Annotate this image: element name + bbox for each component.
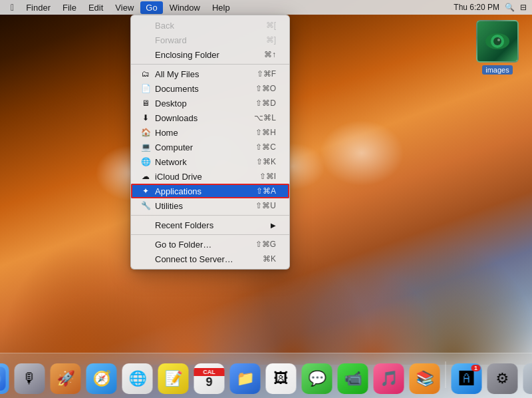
facetime-icon: 📹 [338, 363, 368, 394]
chrome-icon: 🌐 [122, 363, 153, 394]
photos-icon: 🖼 [266, 363, 297, 394]
menu-window[interactable]: Window [164, 1, 205, 14]
dock-separator [446, 361, 446, 388]
desktop-icon-images[interactable]: images [476, 20, 519, 75]
menu-go[interactable]: Go [140, 1, 162, 14]
menubar-search-icon[interactable]: 🔍 [505, 3, 515, 12]
shortcut-all-my-files: ⇧⌘F [257, 69, 276, 79]
menu-label-connect-to-server: Connect to Server… [155, 254, 263, 264]
safari-icon: 🧭 [86, 363, 117, 394]
menu-item-recent-folders[interactable]: Recent Folders ▶ [131, 218, 289, 232]
menu-item-enclosing-folder[interactable]: Enclosing Folder ⌘↑ [131, 47, 289, 62]
dock-item-notes[interactable]: 📝 [157, 362, 190, 395]
dock-item-ibooks[interactable]: 📚 [408, 362, 442, 395]
menu-label-utilities: Utilities [155, 201, 255, 211]
dock-item-itunes[interactable]: 🎵 [372, 362, 406, 395]
shortcut-icloud-drive: ⇧⌘I [259, 172, 276, 181]
menu-item-home[interactable]: 🏠 Home ⇧⌘H [131, 125, 289, 140]
menu-file[interactable]: File [57, 1, 82, 14]
shortcut-home: ⇧⌘H [255, 128, 276, 137]
home-icon: 🏠 [140, 127, 151, 138]
syspref-icon: ⚙ [487, 363, 518, 394]
shortcut-connect-to-server: ⌘K [263, 254, 276, 264]
menu-item-utilities[interactable]: 🔧 Utilities ⇧⌘U [131, 198, 289, 213]
submenu-arrow-icon: ▶ [271, 222, 276, 229]
siri-icon: 🎙 [15, 363, 45, 394]
connect-server-icon [140, 254, 151, 264]
downloads-icon: ⬇ [140, 112, 151, 123]
shortcut-applications: ⇧⌘A [256, 186, 276, 196]
menu-item-downloads[interactable]: ⬇ Downloads ⌥⌘L [131, 110, 289, 125]
menu-label-icloud-drive: iCloud Drive [155, 172, 259, 182]
network-icon: 🌐 [140, 156, 151, 167]
shortcut-desktop: ⇧⌘D [255, 99, 276, 108]
menubar:  Finder File Edit View Go Window Help T… [0, 0, 532, 15]
dock-item-chrome[interactable]: 🌐 [121, 362, 154, 395]
dock-item-calendar[interactable]: CAL 9 [193, 362, 226, 395]
shortcut-network: ⇧⌘K [256, 157, 276, 166]
dock-item-files[interactable]: 📁 [229, 362, 262, 395]
calendar-icon: CAL 9 [194, 363, 225, 394]
menu-item-connect-to-server[interactable]: Connect to Server… ⌘K [131, 252, 289, 266]
dock-item-siri[interactable]: 🎙 [13, 362, 47, 395]
shortcut-enclosing-folder: ⌘↑ [264, 50, 276, 59]
svg-point-2 [493, 37, 501, 45]
all-my-files-icon: 🗂 [140, 69, 151, 79]
shortcut-go-to-folder: ⇧⌘G [255, 240, 276, 249]
dock-item-trash[interactable]: 🗑 [522, 362, 533, 395]
menubar-controls-icon[interactable]: ⊟ [520, 3, 527, 12]
menubar-right: Thu 6:20 PM 🔍 ⊟ [454, 3, 527, 12]
shortcut-utilities: ⇧⌘U [255, 201, 276, 210]
menu-item-forward[interactable]: Forward ⌘] [131, 33, 289, 47]
menu-label-documents: Documents [155, 84, 255, 94]
dock: 🎙 🚀 🧭 🌐 📝 CAL [0, 353, 532, 398]
menu-label-forward: Forward [155, 35, 266, 45]
dock-item-safari[interactable]: 🧭 [85, 362, 118, 395]
shortcut-documents: ⇧⌘O [255, 84, 276, 93]
go-dropdown-menu: Back ⌘[ Forward ⌘] Enclosing Folder ⌘↑ 🗂… [130, 15, 290, 270]
dock-item-launchpad[interactable]: 🚀 [49, 362, 82, 395]
shortcut-computer: ⇧⌘C [255, 142, 276, 152]
shortcut-downloads: ⌥⌘L [254, 113, 276, 122]
menu-item-go-to-folder[interactable]: Go to Folder… ⇧⌘G [131, 237, 289, 252]
dock-item-syspref[interactable]: ⚙ [486, 362, 519, 395]
menu-label-all-my-files: All My Files [155, 69, 257, 79]
dock-item-appstore[interactable]: 🅰 1 [450, 362, 483, 395]
dock-item-facetime[interactable]: 📹 [336, 362, 370, 395]
dock-item-photos[interactable]: 🖼 [265, 362, 298, 395]
separator-2 [131, 215, 289, 216]
menu-item-back[interactable]: Back ⌘[ [131, 18, 289, 33]
desktop:  Finder File Edit View Go Window Help T… [0, 0, 532, 398]
menubar-left:  Finder File Edit View Go Window Help [5, 1, 235, 14]
menu-item-network[interactable]: 🌐 Network ⇧⌘K [131, 154, 289, 169]
desktop-icon-label: images [482, 65, 512, 75]
computer-icon: 💻 [140, 142, 151, 152]
menu-label-desktop: Desktop [155, 99, 255, 108]
menu-label-recent-folders: Recent Folders [155, 220, 267, 230]
menu-edit[interactable]: Edit [83, 1, 108, 14]
svg-point-3 [497, 39, 500, 41]
menu-help[interactable]: Help [207, 1, 235, 14]
menu-label-enclosing-folder: Enclosing Folder [155, 50, 264, 60]
menu-item-documents[interactable]: 📄 Documents ⇧⌘O [131, 81, 289, 96]
appstore-icon: 🅰 1 [452, 363, 482, 394]
menu-label-home: Home [155, 128, 255, 138]
menu-view[interactable]: View [110, 1, 139, 14]
menu-item-applications[interactable]: ✦ Applications ⇧⌘A [131, 184, 289, 198]
ibooks-icon: 📚 [410, 363, 440, 394]
menu-finder[interactable]: Finder [21, 1, 56, 14]
menu-item-all-my-files[interactable]: 🗂 All My Files ⇧⌘F [131, 67, 289, 81]
desktop-menu-icon: 🖥 [140, 98, 151, 108]
menu-item-icloud-drive[interactable]: ☁ iCloud Drive ⇧⌘I [131, 169, 289, 184]
menu-label-go-to-folder: Go to Folder… [155, 240, 255, 250]
messages-icon: 💬 [302, 363, 332, 394]
menu-item-computer[interactable]: 💻 Computer ⇧⌘C [131, 140, 289, 154]
go-to-folder-icon [140, 239, 151, 250]
trash-icon: 🗑 [523, 363, 533, 394]
apple-menu[interactable]:  [5, 1, 19, 14]
dock-item-finder[interactable] [0, 362, 11, 395]
shortcut-forward: ⌘] [266, 35, 276, 45]
menu-item-desktop[interactable]: 🖥 Desktop ⇧⌘D [131, 96, 289, 110]
utilities-icon: 🔧 [140, 200, 151, 211]
dock-item-messages[interactable]: 💬 [301, 362, 334, 395]
